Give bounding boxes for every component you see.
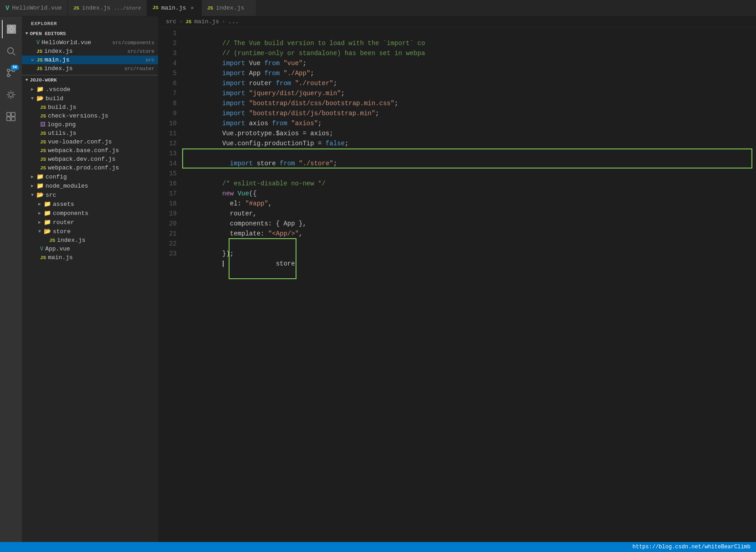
code-line-3: import Vue from "vue"; (184, 48, 756, 58)
svg-point-8 (7, 74, 10, 77)
line-num: 8 (158, 98, 177, 108)
line-num: 10 (158, 118, 177, 128)
folder-build[interactable]: ▼ 📂 build (22, 94, 158, 103)
activity-bar: 5K (0, 16, 22, 542)
file-check-versions[interactable]: JS check-versions.js (22, 112, 158, 120)
open-editors-heading[interactable]: ▼ OPEN EDITORS (22, 29, 158, 38)
folder-router[interactable]: ▶ 📁 router (22, 218, 158, 227)
tab-main[interactable]: JS main.js ✕ (147, 0, 202, 16)
activity-extensions[interactable] (2, 107, 20, 126)
file-app-vue[interactable]: V App.vue (22, 245, 158, 253)
file-main-js[interactable]: JS main.js (22, 253, 158, 262)
js-file-icon: JS (40, 139, 46, 145)
code-line-21: store (184, 229, 756, 239)
line-num: 1 (158, 28, 177, 38)
file-label: check-versions.js (48, 112, 154, 119)
code-line-14 (184, 158, 752, 169)
open-editors-section: ▼ OPEN EDITORS V HelloWorld.vue src/comp… (22, 29, 158, 75)
vue-file-icon: V (36, 40, 40, 46)
folder-node-modules[interactable]: ▶ 📁 node_modules (22, 181, 158, 190)
chevron-right-icon: ▶ (38, 220, 41, 225)
folder-assets[interactable]: ▶ 📁 assets (22, 199, 158, 209)
breadcrumb-file: main.js (194, 18, 219, 25)
svg-rect-10 (7, 112, 10, 116)
file-webpack-base[interactable]: JS webpack.base.conf.js (22, 146, 158, 155)
code-line-8: import "bootstrap/dist/js/bootstrap.min"… (184, 98, 756, 108)
activity-explorer[interactable] (2, 20, 20, 38)
line-num: 21 (158, 229, 177, 239)
activity-search[interactable] (2, 42, 20, 60)
code-line-4: import App from "./App"; (184, 58, 756, 68)
tab-index-2[interactable]: JS index.js (202, 0, 256, 16)
file-buildjs[interactable]: JS build.js (22, 103, 158, 112)
js-breadcrumb-icon: JS (185, 19, 191, 25)
folder-label: build (46, 95, 154, 102)
line-num: 19 (158, 209, 177, 219)
js-file-icon: JS (37, 57, 43, 63)
line-num: 15 (158, 169, 177, 179)
code-line-2: // (runtime-only or standalone) has been… (184, 38, 756, 48)
folder-icon: 📁 (44, 210, 51, 217)
folder-store[interactable]: ▼ 📂 store (22, 227, 158, 236)
open-editor-main[interactable]: ✕ JS main.js src (22, 56, 158, 64)
tab-close-button[interactable]: ✕ (190, 5, 194, 11)
activity-source-control[interactable]: 5K (2, 64, 20, 82)
open-editor-label: HelloWorld.vue (41, 39, 108, 46)
chevron-down-icon: ▼ (31, 96, 34, 101)
text-cursor (223, 261, 224, 267)
open-editor-helloworld[interactable]: V HelloWorld.vue src/components (22, 38, 158, 47)
code-line-1: // The Vue build version to load with th… (184, 28, 756, 38)
svg-rect-11 (11, 112, 15, 116)
file-label: webpack.base.conf.js (48, 147, 154, 154)
folder-src[interactable]: ▼ 📂 src (22, 190, 158, 199)
folder-label: .vscode (46, 86, 154, 93)
tab-label: index.js (216, 5, 244, 11)
folder-vscode[interactable]: ▶ 📁 .vscode (22, 85, 158, 94)
js-file-icon: JS (40, 105, 46, 110)
folder-label: node_modules (46, 183, 154, 189)
project-label: JOJO-WORK (30, 77, 56, 83)
tab-index-store[interactable]: JS index.js .../store (68, 0, 147, 16)
file-label: main.js (48, 254, 154, 261)
code-line-20: template: "<App/>", (184, 219, 756, 229)
file-store-index[interactable]: JS index.js (22, 236, 158, 245)
folder-label: router (53, 219, 154, 226)
breadcrumb-ellipsis: ... (228, 18, 239, 25)
line-num: 5 (158, 68, 177, 78)
open-editor-index-router[interactable]: JS index.js src/router (22, 64, 158, 73)
folder-components[interactable]: ▶ 📁 components (22, 209, 158, 218)
line-num: 6 (158, 78, 177, 88)
code-line-15: /* eslint-disable no-new */ (184, 169, 756, 179)
line-num: 2 (158, 38, 177, 48)
tab-helloworld[interactable]: V HelloWorld.vue (0, 0, 68, 16)
breadcrumb-src: src (166, 18, 176, 25)
js-icon: JS (207, 5, 213, 11)
file-webpack-dev[interactable]: JS webpack.dev.conf.js (22, 155, 158, 164)
js-file-icon: JS (40, 113, 46, 119)
code-line-12 (184, 138, 756, 148)
file-utils[interactable]: JS utils.js (22, 129, 158, 138)
file-logo[interactable]: 🖼 logo.png (22, 120, 158, 129)
tab-label: main.js (161, 5, 186, 11)
folder-icon: 📂 (36, 191, 44, 199)
activity-debug[interactable] (2, 86, 20, 104)
project-heading[interactable]: ▼ JOJO-WORK (22, 76, 158, 85)
file-webpack-prod[interactable]: JS webpack.prod.conf.js (22, 164, 158, 172)
open-editor-index-store[interactable]: JS index.js src/store (22, 47, 158, 56)
open-editors-label: OPEN EDITORS (30, 31, 66, 36)
store-token: store (276, 260, 295, 267)
svg-point-6 (7, 69, 10, 72)
code-editor[interactable]: 1 2 3 4 5 6 7 8 9 10 11 12 13 14 15 16 1… (158, 27, 756, 542)
code-line-5: import router from "./router"; (184, 68, 756, 78)
breadcrumb-sep2: › (222, 18, 225, 25)
sidebar: EXPLORER ▼ OPEN EDITORS V HelloWorld.vue… (22, 16, 158, 542)
code-content[interactable]: // The Vue build version to load with th… (182, 27, 756, 542)
folder-config[interactable]: ▶ 📁 config (22, 172, 158, 181)
chevron-right-icon: ▶ (31, 174, 34, 179)
folder-icon: 📂 (36, 95, 44, 102)
tab-label: index.js (82, 5, 110, 11)
code-line-19: components: { App }, (184, 209, 756, 219)
chevron-right-icon: ▶ (38, 210, 41, 216)
file-vue-loader[interactable]: JS vue-loader.conf.js (22, 138, 158, 146)
project-section: ▼ JOJO-WORK ▶ 📁 .vscode ▼ 📂 build JS bui… (22, 75, 158, 262)
